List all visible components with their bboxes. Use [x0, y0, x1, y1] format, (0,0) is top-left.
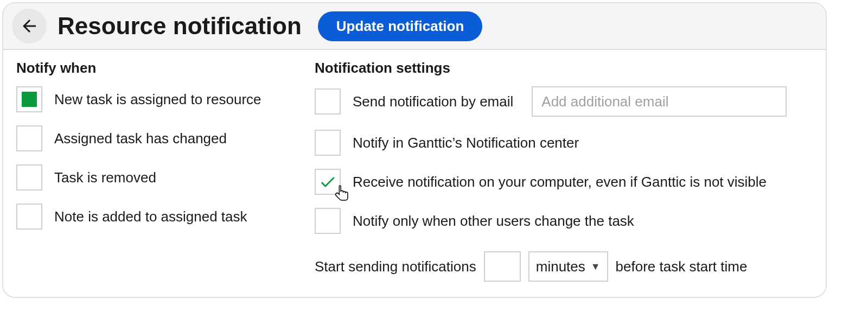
timing-value-input[interactable] — [484, 251, 521, 282]
option-send-email: Send notification by email — [315, 86, 813, 117]
option-task-removed: Task is removed — [16, 164, 282, 191]
checkbox-notify-other-users[interactable] — [315, 208, 341, 234]
label-task-changed: Assigned task has changed — [54, 130, 227, 147]
panel-content: Notify when New task is assigned to reso… — [3, 50, 826, 297]
label-note-added: Note is added to assigned task — [54, 208, 247, 225]
label-notify-center: Notify in Ganttic’s Notification center — [353, 135, 579, 151]
arrow-left-icon — [20, 16, 39, 36]
timing-unit-label: minutes — [536, 258, 585, 275]
option-new-task-assigned: New task is assigned to resource — [16, 86, 282, 112]
option-notify-center: Notify in Ganttic’s Notification center — [315, 130, 813, 156]
label-send-email: Send notification by email — [353, 93, 513, 110]
caret-down-icon: ▼ — [591, 261, 601, 272]
notification-panel: Resource notification Update notificatio… — [2, 2, 827, 298]
notify-when-title: Notify when — [16, 60, 282, 77]
option-notify-computer: Receive notification on your computer, e… — [315, 169, 813, 195]
back-button[interactable] — [12, 9, 47, 43]
notification-settings-section: Notification settings Send notification … — [315, 60, 813, 282]
panel-header: Resource notification Update notificatio… — [3, 3, 826, 50]
checkbox-send-email[interactable] — [315, 88, 341, 115]
option-notify-other-users: Notify only when other users change the … — [315, 208, 813, 234]
checkbox-task-changed[interactable] — [16, 125, 42, 151]
option-note-added: Note is added to assigned task — [16, 204, 282, 230]
timing-prefix: Start sending notifications — [315, 258, 476, 275]
label-task-removed: Task is removed — [54, 169, 156, 186]
checkmark-icon — [318, 173, 337, 191]
page-title: Resource notification — [58, 12, 302, 40]
additional-email-input[interactable] — [532, 86, 787, 117]
label-new-task-assigned: New task is assigned to resource — [54, 91, 261, 108]
timing-suffix: before task start time — [616, 258, 748, 275]
checkbox-note-added[interactable] — [16, 204, 42, 230]
label-notify-other-users: Notify only when other users change the … — [353, 213, 634, 230]
label-notify-computer: Receive notification on your computer, e… — [353, 174, 767, 191]
checkbox-task-removed[interactable] — [16, 164, 42, 191]
notification-settings-title: Notification settings — [315, 60, 813, 77]
update-notification-button[interactable]: Update notification — [318, 11, 482, 41]
option-task-changed: Assigned task has changed — [16, 125, 282, 151]
checkbox-notify-center[interactable] — [315, 130, 341, 156]
timing-unit-select[interactable]: minutes ▼ — [528, 251, 608, 282]
checkbox-notify-computer[interactable] — [315, 169, 341, 195]
checkbox-new-task-assigned[interactable] — [16, 86, 42, 112]
notify-when-section: Notify when New task is assigned to reso… — [16, 60, 282, 282]
timing-row: Start sending notifications minutes ▼ be… — [315, 251, 813, 282]
